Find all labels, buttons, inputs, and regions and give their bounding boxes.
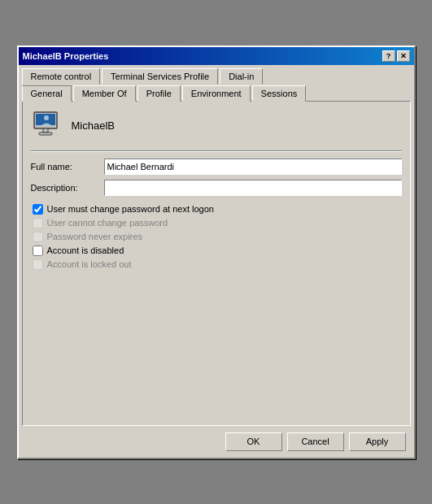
checkbox-account-disabled[interactable]: [33, 245, 43, 256]
checkbox-never-expires-label: Password never expires: [47, 232, 142, 241]
checkbox-must-change-label: User must change password at next logon: [47, 204, 214, 214]
user-icon: [31, 110, 63, 142]
tab-environment[interactable]: Environment: [182, 85, 251, 102]
full-name-input[interactable]: [104, 159, 402, 175]
description-label: Description:: [31, 183, 104, 193]
tab-sessions[interactable]: Sessions: [252, 85, 307, 102]
checkboxes-section: User must change password at next logon …: [31, 204, 402, 270]
tab-ts-profile[interactable]: Terminal Services Profile: [102, 68, 218, 85]
tab-dial-in[interactable]: Dial-in: [220, 68, 263, 85]
checkbox-locked-out-label: Account is locked out: [47, 259, 132, 269]
apply-button[interactable]: Apply: [349, 432, 406, 451]
full-name-label: Full name:: [31, 162, 104, 172]
checkbox-cannot-change: [33, 218, 43, 228]
checkbox-account-disabled-label: Account is disabled: [47, 245, 124, 255]
tab-general[interactable]: General: [22, 85, 72, 102]
description-input[interactable]: [104, 180, 402, 196]
title-bar-buttons: ? ✕: [382, 50, 410, 62]
ok-button[interactable]: OK: [225, 432, 282, 451]
tab-profile[interactable]: Profile: [137, 85, 181, 102]
checkbox-must-change[interactable]: [33, 204, 43, 215]
title-bar: MichaelB Properties ? ✕: [19, 47, 414, 65]
window-title: MichaelB Properties: [23, 51, 382, 61]
tab-member-of[interactable]: Member Of: [73, 85, 136, 102]
computer-svg-icon: [31, 111, 63, 141]
svg-point-4: [44, 115, 49, 120]
help-button[interactable]: ?: [382, 50, 395, 62]
properties-window: MichaelB Properties ? ✕ Remote control T…: [17, 46, 416, 459]
checkbox-cannot-change-row: User cannot change password: [31, 218, 402, 228]
cancel-button[interactable]: Cancel: [287, 432, 344, 451]
close-button[interactable]: ✕: [397, 50, 410, 62]
header-divider: [31, 150, 402, 152]
checkbox-never-expires: [33, 232, 43, 242]
checkbox-locked-out: [33, 259, 43, 270]
checkbox-must-change-row: User must change password at next logon: [31, 204, 402, 215]
svg-rect-2: [43, 128, 48, 133]
username-display: MichaelB: [72, 119, 115, 132]
checkbox-never-expires-row: Password never expires: [31, 232, 402, 242]
full-name-row: Full name:: [31, 159, 402, 175]
description-row: Description:: [31, 180, 402, 196]
user-header: MichaelB: [31, 110, 402, 142]
checkbox-locked-out-row: Account is locked out: [31, 259, 402, 270]
checkbox-cannot-change-label: User cannot change password: [47, 218, 168, 228]
top-tab-bar: Remote control Terminal Services Profile…: [19, 65, 414, 84]
svg-rect-3: [39, 133, 52, 135]
bottom-button-bar: OK Cancel Apply: [19, 426, 414, 458]
bottom-tab-bar: General Member Of Profile Environment Se…: [19, 84, 414, 101]
checkbox-account-disabled-row: Account is disabled: [31, 245, 402, 256]
tab-remote-control[interactable]: Remote control: [22, 68, 101, 85]
tab-content-general: MichaelB Full name: Description: User mu…: [22, 101, 411, 426]
